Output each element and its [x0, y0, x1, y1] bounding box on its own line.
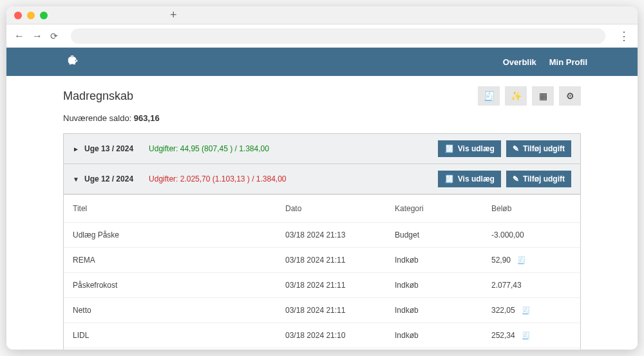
add-expense-button[interactable]: ✎ Tilføj udgift: [506, 140, 571, 157]
table-header: Titel Dato Kategori Beløb: [63, 194, 581, 222]
cell-date: 03/18 2024 21:11: [285, 281, 395, 290]
cell-amount: 2.077,43: [491, 281, 571, 290]
cell-category: Indkøb: [395, 256, 491, 265]
cell-date: 03/18 2024 21:11: [285, 256, 395, 265]
cell-title: Netto: [73, 306, 285, 315]
show-outlay-label: Vis udlæg: [458, 174, 495, 183]
chevron-icon: ▼: [73, 176, 79, 183]
sparkles-icon: ✨: [511, 91, 522, 101]
edit-icon: ✎: [513, 174, 519, 183]
cell-amount: 252,34🧾: [491, 331, 571, 340]
edit-icon: ✎: [513, 144, 519, 153]
show-outlay-button[interactable]: 🧾 Vis udlæg: [438, 140, 501, 157]
receipt-icon: 🧾: [484, 91, 495, 101]
browser-toolbar: ← → ⟳ ⋮: [6, 24, 638, 48]
browser-menu-icon[interactable]: ⋮: [618, 29, 630, 43]
week-label: Uge 13 / 2024: [84, 144, 133, 153]
back-icon[interactable]: ←: [14, 30, 24, 42]
close-window-button[interactable]: [14, 12, 22, 19]
app-header: Overblik Min Profil: [6, 48, 638, 76]
cell-date: 03/18 2024 21:11: [285, 306, 395, 315]
weeks-container: ► Uge 13 / 2024 Udgifter: 44,95 (807,45 …: [63, 133, 581, 194]
receipt-icon: 🧾: [522, 306, 531, 314]
cell-title: Påskefrokost: [73, 281, 285, 290]
cell-amount: -3.000,00: [491, 230, 571, 239]
table-row[interactable]: Netto 03/18 2024 21:11 Indkøb 322,05🧾: [63, 297, 581, 323]
trends-button[interactable]: ✨: [505, 86, 527, 106]
receipt-icon: 🧾: [444, 174, 454, 183]
cell-title: REMA: [73, 256, 285, 265]
page-title: Madregnskab: [63, 89, 133, 103]
piggy-bank-icon: [66, 55, 80, 70]
grid-view-button[interactable]: ▦: [532, 86, 554, 106]
maximize-window-button[interactable]: [40, 12, 48, 19]
week-row[interactable]: ► Uge 13 / 2024 Udgifter: 44,95 (807,45 …: [63, 133, 581, 164]
balance-value: 963,16: [134, 113, 160, 123]
new-tab-button[interactable]: +: [170, 8, 177, 22]
header-title: Titel: [73, 204, 285, 213]
show-outlay-button[interactable]: 🧾 Vis udlæg: [438, 171, 501, 187]
page-title-row: Madregnskab 🧾 ✨ ▦ ⚙: [63, 86, 581, 106]
cell-title: LIDL: [73, 331, 285, 340]
week-row[interactable]: ▼ Uge 12 / 2024 Udgifter: 2.025,70 (1.10…: [63, 164, 581, 194]
page-body: Madregnskab 🧾 ✨ ▦ ⚙ Nuværende saldo: 963…: [6, 76, 638, 350]
table-body: Udlæg Påske 03/18 2024 21:13 Budget -3.0…: [63, 222, 581, 350]
week-actions: 🧾 Vis udlæg ✎ Tilføj udgift: [438, 140, 571, 157]
cell-category: Budget: [395, 230, 491, 239]
receipt-icon: 🧾: [517, 256, 526, 264]
browser-titlebar: +: [6, 6, 638, 24]
table-row[interactable]: Udlæg Påske 03/18 2024 21:13 Budget -3.0…: [63, 222, 581, 247]
week-expense: Udgifter: 44,95 (807,45 ) / 1.384,00: [149, 144, 269, 153]
table-row[interactable]: REMA 03/18 2024 21:11 Indkøb 52,90🧾: [63, 247, 581, 272]
browser-window: + ← → ⟳ ⋮ Overblik Min Profil Madregnska…: [6, 6, 638, 350]
nav-links: Overblik Min Profil: [503, 57, 587, 67]
add-expense-label: Tilføj udgift: [523, 144, 565, 153]
chevron-icon: ►: [73, 145, 79, 153]
receipt-icon: 🧾: [522, 332, 531, 339]
settings-button[interactable]: ⚙: [559, 86, 581, 106]
gear-icon: ⚙: [566, 91, 574, 101]
add-expense-label: Tilføj udgift: [523, 174, 565, 183]
forward-icon[interactable]: →: [32, 30, 43, 42]
header-date: Dato: [285, 204, 395, 213]
minimize-window-button[interactable]: [27, 12, 35, 19]
cell-amount: 52,90🧾: [491, 256, 571, 265]
cell-category: Indkøb: [395, 281, 491, 290]
cell-date: 03/18 2024 21:13: [285, 230, 395, 239]
grid-icon: ▦: [539, 91, 547, 101]
week-label: Uge 12 / 2024: [84, 174, 133, 183]
cell-amount: 322,05🧾: [491, 306, 571, 315]
nav-profile[interactable]: Min Profil: [549, 57, 587, 67]
table-row[interactable]: Påskefrokost 03/18 2024 21:11 Indkøb 2.0…: [63, 272, 581, 297]
url-bar[interactable]: [71, 28, 605, 44]
header-category: Kategori: [395, 204, 491, 213]
cell-category: Indkøb: [395, 331, 491, 340]
balance-label: Nuværende saldo:: [63, 113, 134, 123]
week-actions: 🧾 Vis udlæg ✎ Tilføj udgift: [438, 171, 571, 187]
nav-overview[interactable]: Overblik: [503, 57, 536, 67]
cell-title: Udlæg Påske: [73, 230, 285, 239]
balance-row: Nuværende saldo: 963,16: [63, 113, 581, 123]
cell-category: Indkøb: [395, 306, 491, 315]
week-expense: Udgifter: 2.025,70 (1.103,13 ) / 1.384,0…: [149, 174, 286, 183]
header-amount: Beløb: [491, 204, 571, 213]
cell-date: 03/18 2024 21:10: [285, 331, 395, 340]
reload-icon[interactable]: ⟳: [50, 31, 58, 41]
toolbar-buttons: 🧾 ✨ ▦ ⚙: [478, 86, 581, 106]
receipt-view-button[interactable]: 🧾: [478, 86, 500, 106]
add-expense-button[interactable]: ✎ Tilføj udgift: [506, 171, 571, 187]
table-row[interactable]: LIDL 03/18 2024 21:10 Indkøb 252,34🧾: [63, 323, 581, 348]
window-controls: [14, 12, 48, 19]
receipt-icon: 🧾: [444, 144, 454, 153]
table-row[interactable]: Føtex 03/18 2024 21:10 Indkøb 674,41🧾: [63, 348, 581, 350]
app-content: Overblik Min Profil Madregnskab 🧾 ✨ ▦ ⚙ …: [6, 48, 638, 350]
show-outlay-label: Vis udlæg: [458, 144, 495, 153]
